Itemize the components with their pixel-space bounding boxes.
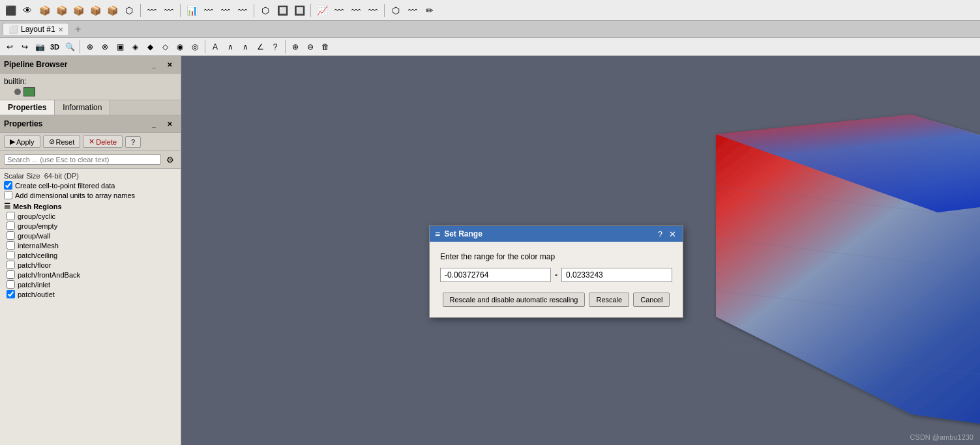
toolbar-wave9-btn[interactable]: 〰	[405, 3, 421, 18]
dialog-help-btn[interactable]: ?	[657, 229, 664, 239]
toolbar-box5-btn[interactable]: 📦	[104, 3, 120, 18]
dimensional-units-checkbox[interactable]	[4, 191, 12, 199]
mesh-item-0[interactable]: group/cyclic	[4, 211, 177, 221]
sep5	[384, 4, 385, 17]
mesh-checkbox-3[interactable]	[7, 241, 15, 250]
toolbar-pencil-btn[interactable]: ✏	[422, 3, 438, 18]
toolbar-circle-btn[interactable]: ⬡	[121, 3, 137, 18]
render-anno3-btn[interactable]: ∧	[238, 40, 252, 54]
tab-add-btn[interactable]: +	[72, 23, 85, 36]
reset-button[interactable]: ⊘ Reset	[43, 136, 81, 148]
toolbar-eye-btn[interactable]: 👁	[20, 3, 35, 18]
render-undo-btn[interactable]: ↩	[3, 40, 17, 54]
dialog-title: Set Range	[444, 229, 483, 238]
pipeline-item-builtin[interactable]: builtin:	[4, 76, 177, 87]
toolbar-rect2-btn[interactable]: 🔲	[291, 3, 307, 18]
tab-properties[interactable]: Properties	[0, 100, 55, 115]
mesh-item-5[interactable]: patch/floor	[4, 260, 177, 270]
pipeline-title: Pipeline Browser	[4, 60, 67, 69]
render-anno5-btn[interactable]: ?	[268, 40, 282, 54]
render-plus-btn[interactable]: ⊕	[288, 40, 303, 54]
mesh-item-7[interactable]: patch/inlet	[4, 280, 177, 289]
mesh-checkbox-2[interactable]	[7, 231, 15, 240]
viewport[interactable]: ≡ Set Range ? ✕ Enter the range for the …	[181, 56, 980, 445]
toolbar-wave6-btn[interactable]: 〰	[331, 3, 347, 18]
render-select3-btn[interactable]: ▣	[113, 40, 127, 54]
dialog-body: Enter the range for the color map -0.003…	[430, 242, 683, 317]
help-button[interactable]: ?	[125, 136, 141, 148]
render-anno1-btn[interactable]: A	[208, 40, 222, 54]
render-anno2-btn[interactable]: ∧	[223, 40, 237, 54]
tab-close-icon[interactable]: ✕	[58, 26, 63, 33]
pipeline-item-mesh[interactable]	[4, 87, 177, 97]
tab-layout1-label: Layout #1	[21, 25, 55, 34]
render-select2-btn[interactable]: ⊗	[98, 40, 112, 54]
toolbar-hex2-btn[interactable]: ⬡	[388, 3, 404, 18]
tab-information[interactable]: Information	[55, 100, 110, 115]
mesh-checkbox-7[interactable]	[7, 280, 15, 289]
toolbar-3d-btn[interactable]: 📦	[37, 3, 52, 18]
render-select5-btn[interactable]: ◆	[143, 40, 157, 54]
render-select8-btn[interactable]: ◎	[188, 40, 202, 54]
render-camera-btn[interactable]: 📷	[33, 40, 47, 54]
toolbar-wave4-btn[interactable]: 〰	[218, 3, 233, 18]
toolbar-box3-btn[interactable]: 📦	[70, 3, 86, 18]
render-select7-btn[interactable]: ◉	[173, 40, 187, 54]
toolbar-wave5-btn[interactable]: 〰	[235, 3, 250, 18]
pipeline-minimize-btn[interactable]: _	[147, 57, 161, 72]
prop-minimize-btn[interactable]: _	[147, 117, 161, 131]
render-redo-btn[interactable]: ↪	[18, 40, 32, 54]
render-3d-btn[interactable]: 3D	[48, 40, 62, 54]
toolbar-wave2-btn[interactable]: 〰	[161, 3, 177, 18]
dialog-max-input[interactable]: 0.0233243	[561, 268, 672, 282]
apply-button[interactable]: ▶ Apply	[4, 136, 40, 148]
mesh-item-6[interactable]: patch/frontAndBack	[4, 270, 177, 280]
gear-icon[interactable]: ⚙	[164, 153, 177, 166]
cell-to-point-checkbox[interactable]	[4, 181, 12, 190]
rescale-disable-button[interactable]: Rescale and disable automatic rescaling	[443, 293, 586, 307]
mesh-item-3[interactable]: internalMesh	[4, 240, 177, 250]
toolbar-wave3-btn[interactable]: 〰	[201, 3, 216, 18]
toolbar-wave8-btn[interactable]: 〰	[365, 3, 381, 18]
cancel-button[interactable]: Cancel	[633, 293, 670, 307]
mesh-checkbox-0[interactable]	[7, 212, 15, 220]
toolbar-grid-btn[interactable]: ⬛	[3, 3, 18, 18]
mesh-item-2[interactable]: group/wall	[4, 231, 177, 240]
render-anno4-btn[interactable]: ∠	[253, 40, 267, 54]
toolbar-box4-btn[interactable]: 📦	[87, 3, 103, 18]
toolbar-wave7-btn[interactable]: 〰	[348, 3, 364, 18]
mesh-item-4[interactable]: patch/ceiling	[4, 250, 177, 260]
sep3	[254, 4, 254, 17]
reset-label: Reset	[56, 138, 75, 146]
toolbar-chart-btn[interactable]: 📈	[314, 3, 330, 18]
mesh-item-8[interactable]: patch/outlet	[4, 289, 177, 299]
toolbar-bar-btn[interactable]: 📊	[184, 3, 200, 18]
render-trash-btn[interactable]: 🗑	[318, 40, 333, 54]
pipeline-visibility-icon[interactable]	[14, 89, 21, 95]
toolbar-rect-btn[interactable]: 🔲	[275, 3, 290, 18]
toolbar-hex-btn[interactable]: ⬡	[258, 3, 273, 18]
pipeline-close-btn[interactable]: ✕	[162, 57, 177, 72]
render-select6-btn[interactable]: ◇	[158, 40, 172, 54]
delete-button[interactable]: ✕ Delete	[83, 136, 123, 148]
mesh-checkbox-6[interactable]	[7, 270, 15, 279]
render-minus-btn[interactable]: ⊖	[303, 40, 318, 54]
rescale-button[interactable]: Rescale	[589, 293, 629, 307]
mesh-checkbox-1[interactable]	[7, 222, 15, 230]
mesh-checkbox-5[interactable]	[7, 261, 15, 269]
dialog-min-input[interactable]: -0.00372764	[440, 268, 551, 282]
search-input[interactable]	[4, 154, 161, 165]
toolbar-wave1-btn[interactable]: 〰	[144, 3, 160, 18]
dimensional-units-row: Add dimensional units to array names	[4, 190, 177, 200]
prop-close-btn[interactable]: ✕	[162, 117, 177, 131]
mesh-checkbox-8[interactable]	[7, 290, 15, 298]
mesh-item-1[interactable]: group/empty	[4, 221, 177, 231]
prop-panel-header: Properties _ ✕	[0, 115, 181, 133]
mesh-checkbox-4[interactable]	[7, 251, 15, 259]
dialog-close-btn[interactable]: ✕	[668, 229, 677, 239]
toolbar-box2-btn[interactable]: 📦	[53, 3, 69, 18]
tab-layout1[interactable]: ⬜ Layout #1 ✕	[3, 23, 69, 35]
render-zoom-btn[interactable]: 🔍	[63, 40, 77, 54]
render-select4-btn[interactable]: ◈	[128, 40, 142, 54]
render-select1-btn[interactable]: ⊕	[83, 40, 97, 54]
